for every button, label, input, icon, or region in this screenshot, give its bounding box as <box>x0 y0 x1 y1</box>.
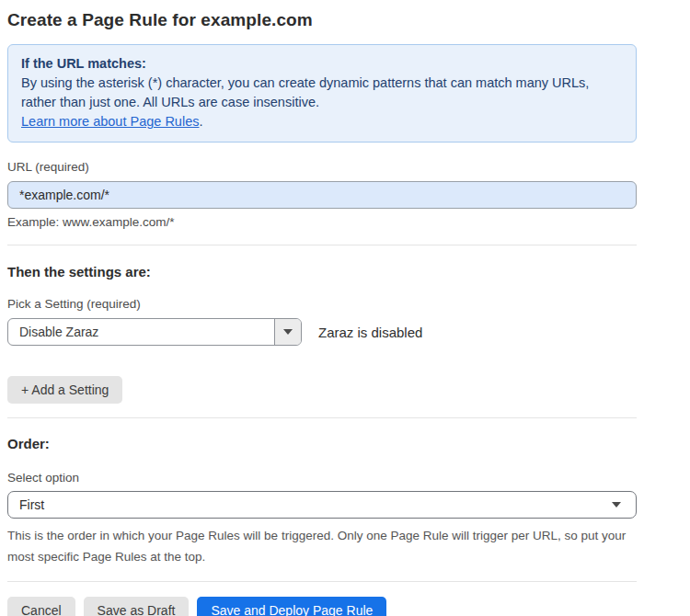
select-option-label: Select option <box>7 471 637 485</box>
chevron-down-icon <box>612 502 621 508</box>
url-match-info-box: If the URL matches: By using the asteris… <box>7 44 637 143</box>
url-input[interactable] <box>7 181 637 209</box>
page-rule-form: Create a Page Rule for example.com If th… <box>0 0 690 616</box>
setting-status-text: Zaraz is disabled <box>318 325 422 340</box>
add-setting-button[interactable]: + Add a Setting <box>7 376 122 404</box>
info-box-link-line: Learn more about Page Rules. <box>21 112 623 131</box>
order-help-text: This is the order in which your Page Rul… <box>7 525 637 567</box>
order-select-value: First <box>19 497 44 512</box>
cancel-button[interactable]: Cancel <box>7 597 75 616</box>
link-period: . <box>199 114 202 129</box>
order-select[interactable]: First <box>7 491 637 519</box>
save-deploy-button[interactable]: Save and Deploy Page Rule <box>197 597 386 616</box>
setting-dropdown[interactable]: Disable Zaraz <box>7 318 302 346</box>
page-title: Create a Page Rule for example.com <box>7 10 637 30</box>
url-label: URL (required) <box>7 160 637 174</box>
info-box-heading: If the URL matches: <box>21 54 623 74</box>
setting-row: Disable Zaraz Zaraz is disabled <box>7 318 637 346</box>
order-section-heading: Order: <box>7 436 637 451</box>
divider <box>7 581 637 582</box>
form-actions: Cancel Save as Draft Save and Deploy Pag… <box>7 597 637 616</box>
settings-section-heading: Then the settings are: <box>7 264 637 279</box>
info-box-body: By using the asterisk (*) character, you… <box>21 74 601 112</box>
url-example-hint: Example: www.example.com/* <box>7 215 637 229</box>
divider <box>7 417 637 418</box>
learn-more-link[interactable]: Learn more about Page Rules <box>21 114 199 129</box>
setting-dropdown-arrow-button[interactable] <box>274 319 301 345</box>
divider <box>7 245 637 245</box>
chevron-down-icon <box>283 329 293 335</box>
setting-dropdown-value: Disable Zaraz <box>8 319 274 345</box>
pick-setting-label: Pick a Setting (required) <box>7 297 637 311</box>
save-draft-button[interactable]: Save as Draft <box>84 597 190 616</box>
